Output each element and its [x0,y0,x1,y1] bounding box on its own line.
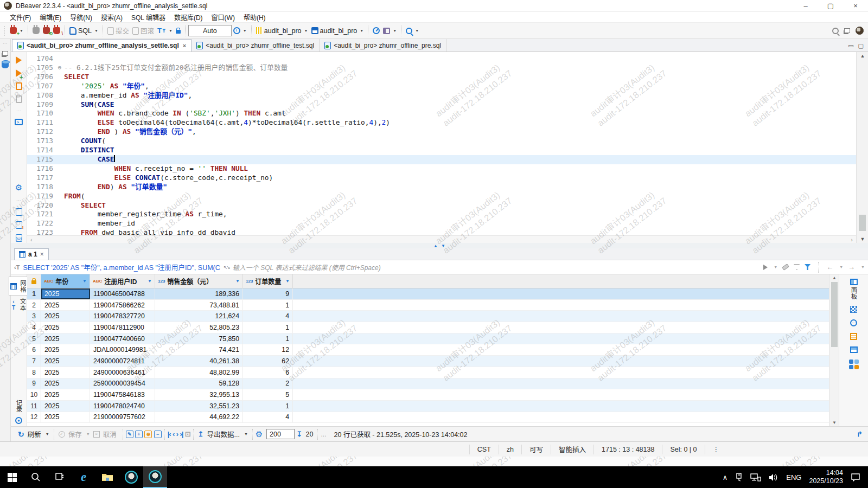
restore-panel-icon[interactable] [2,51,8,56]
filter-input-placeholder[interactable]: 输入一个 SQL 表达式来过滤结果 (使用 Ctrl+Space) [233,262,381,272]
table-cell[interactable]: 1 [243,322,293,333]
editor-scroll-thumb[interactable] [859,215,866,231]
sash-down-icon[interactable]: ▼ [441,243,445,248]
row-number[interactable]: 2 [27,300,41,311]
language-indicator[interactable]: ENG [786,473,801,481]
row-number[interactable]: 12 [27,412,41,423]
results-tab-close-icon[interactable]: × [40,251,44,258]
table-row[interactable]: 1020251190047584618332,955.135 [27,389,829,401]
statusbar-menu-icon[interactable]: ⋮ [705,445,727,454]
table-cell[interactable]: 2025 [41,311,90,322]
table-cell[interactable]: 75,850 [155,333,243,344]
row-number[interactable]: 4 [27,322,41,333]
table-cell[interactable]: 1 [243,300,293,311]
text-view-tab[interactable]: 文本‹T [10,296,28,313]
connect-button[interactable] [31,24,41,37]
row-number[interactable]: 10 [27,389,41,400]
save-filter-icon[interactable] [794,264,800,270]
table-cell[interactable]: 11900475846183 [90,389,155,400]
table-row[interactable]: 62025JDAL000014998174,42112 [27,344,829,356]
table-cell[interactable]: 2025 [41,333,90,344]
table-corner-lock[interactable] [27,274,41,288]
file-explorer-icon[interactable] [95,466,119,488]
table-cell[interactable]: 2025 [41,367,90,378]
first-row-icon[interactable]: |‹ [168,430,171,438]
editor-results-sash[interactable]: ▲▼ [11,243,868,248]
menu-item[interactable]: 导航(N) [66,11,97,23]
maximize-button[interactable]: ▢ [818,0,843,12]
export-data-button[interactable]: ↥导出数据...▼ [196,428,250,441]
table-cell[interactable]: 52,805.23 [155,322,243,333]
code-line[interactable]: 1705⊖-- 6.2.1线下25年订单支付金额前20名注册用户的销售金额、订单… [27,63,856,73]
code-line[interactable]: 1717 ELSE CONCAT(c.store_code,c.receipt_… [27,174,856,183]
table-cell[interactable]: 74,421 [155,344,243,355]
execute-statement-icon[interactable] [16,56,22,64]
row-number[interactable]: 8 [27,367,41,378]
code-line[interactable]: 1706SELECT [27,73,856,82]
add-row-icon[interactable]: + [135,431,143,438]
row-number[interactable]: 7 [27,356,41,367]
code-line[interactable]: 1704 [27,54,856,63]
sash-up-icon[interactable]: ▲ [433,243,438,248]
table-row[interactable]: 420251190047811290052,805.231 [27,322,829,333]
row-number[interactable]: 11 [27,401,41,412]
speaker-icon[interactable] [769,473,778,481]
dashboard-button[interactable] [371,24,381,37]
execute-new-tab-icon[interactable]: + [16,69,22,77]
sort-arrow-icon[interactable]: ▼ [285,279,290,284]
reconnect-button[interactable]: ⟲ [41,24,52,37]
row-number[interactable]: 5 [27,333,41,344]
refresh-button[interactable]: ↻刷新▼ [16,428,51,441]
perspective-icon[interactable] [844,28,850,33]
minimize-editor-icon[interactable]: ▭ [848,42,853,49]
menu-item[interactable]: 数据库(D) [170,11,207,23]
script-log-icon[interactable] [16,95,22,103]
usb-icon[interactable] [735,473,743,481]
code-line[interactable]: 1720 SELECT [27,201,856,210]
editor-vertical-scrollbar[interactable]: ▲ ▼ [856,52,868,243]
table-cell[interactable]: 9 [243,288,293,299]
editor-tab[interactable]: <audit_bi_pro> zhumr_offline_pre.sql [320,39,446,52]
table-cell[interactable]: 6 [243,367,293,378]
last-row-icon[interactable]: ›| [180,430,183,438]
scroll-right-icon[interactable]: › [851,236,853,243]
menu-item[interactable]: 帮助(H) [239,11,270,23]
menu-item[interactable]: 文件(F) [5,11,35,23]
table-cell[interactable]: 11900475866262 [90,300,155,311]
panel-mini-icons[interactable] [849,359,859,369]
results-vertical-scrollbar[interactable]: ▲ ▼ [829,274,839,426]
table-row[interactable]: 1220252190000975760244,692.224 [27,412,829,423]
export-sql-icon[interactable]: → [16,208,22,216]
sort-arrow-icon[interactable]: ▼ [235,279,240,284]
task-view-icon[interactable] [48,466,72,488]
toolbar-search-button[interactable]: ▼ [404,24,420,37]
code-line[interactable]: 1709 SUM(CASE [27,100,856,110]
fold-marker[interactable]: ⊖ [55,63,64,73]
back-icon[interactable]: ← [826,263,833,271]
minimize-button[interactable]: – [793,0,818,12]
schema-selector[interactable]: audit_bi_pro▼ [310,24,366,37]
table-cell[interactable]: 11900478112900 [90,322,155,333]
table-cell[interactable]: 4 [243,412,293,423]
internet-explorer-icon[interactable]: e [72,466,95,488]
table-cell[interactable]: 48,802.99 [155,367,243,378]
table-cell[interactable]: 2025 [41,378,90,389]
menu-item[interactable]: 搜索(A) [97,11,127,23]
column-header[interactable]: ABC注册用户ID▼ [90,274,155,288]
sort-arrow-icon[interactable]: ▼ [148,279,152,284]
panels-toggle[interactable]: 面板 [850,279,858,299]
cancel-button[interactable]: ×取消 [92,428,120,441]
action-center-icon[interactable] [851,473,860,481]
table-cell[interactable]: 59,128 [155,378,243,389]
table-row[interactable]: 820252490000063646148,802.996 [27,367,829,378]
code-line[interactable]: 1719FROM( [27,192,856,201]
record-mode-icon[interactable]: ● [15,417,22,424]
code-line[interactable]: 1707 '2025' AS "年份", [27,82,856,91]
apply-filter-icon[interactable] [763,265,768,270]
code-line[interactable]: 1716 WHEN c.receipt_no = '' THEN NULL [27,164,856,174]
table-cell[interactable]: 44,692.22 [155,412,243,423]
quick-search-icon[interactable] [832,28,839,34]
delete-row-icon[interactable]: − [154,431,162,438]
column-header[interactable]: ABC年份▼ [41,274,90,288]
new-connection-button[interactable]: +▼ [8,24,25,37]
